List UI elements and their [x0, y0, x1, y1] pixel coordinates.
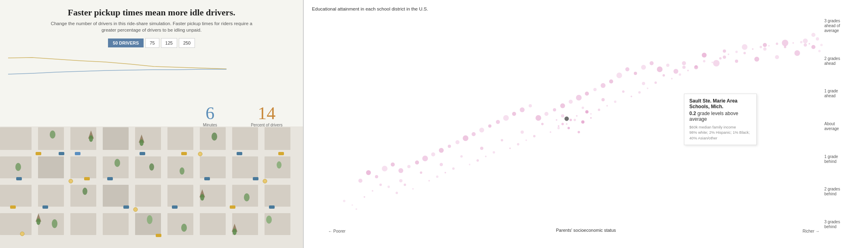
- svg-point-146: [415, 160, 419, 165]
- svg-rect-24: [70, 156, 96, 178]
- svg-point-181: [784, 46, 786, 48]
- svg-point-135: [560, 103, 565, 108]
- svg-rect-82: [123, 205, 129, 209]
- y-label-2-ahead: 2 gradesahead: [824, 56, 857, 66]
- svg-point-165: [460, 155, 463, 158]
- driver-btn-125[interactable]: 125: [161, 38, 177, 48]
- svg-point-194: [476, 159, 479, 162]
- y-label-about-avg: Aboutaverage: [824, 122, 857, 131]
- svg-point-230: [356, 208, 357, 210]
- y-label-1-behind: 1 gradebehind: [824, 154, 857, 164]
- svg-rect-8: [162, 126, 167, 248]
- svg-point-149: [439, 148, 444, 153]
- svg-point-95: [20, 232, 24, 236]
- svg-point-109: [723, 49, 726, 53]
- svg-point-125: [641, 65, 646, 70]
- tooltip-grade: 0.2 grade levels above average: [689, 111, 752, 122]
- svg-rect-85: [84, 177, 90, 180]
- svg-point-112: [782, 40, 788, 46]
- svg-point-205: [590, 113, 592, 115]
- svg-rect-84: [36, 152, 41, 155]
- svg-point-217: [711, 62, 713, 63]
- svg-rect-14: [38, 127, 64, 150]
- svg-point-190: [436, 175, 438, 178]
- svg-point-203: [566, 123, 567, 125]
- svg-rect-27: [167, 156, 193, 178]
- svg-rect-23: [38, 156, 64, 178]
- svg-rect-26: [135, 156, 161, 178]
- svg-rect-41: [38, 213, 64, 235]
- svg-point-221: [752, 48, 754, 50]
- svg-point-164: [440, 163, 443, 166]
- svg-point-117: [754, 57, 759, 62]
- svg-point-222: [760, 46, 762, 48]
- svg-point-107: [682, 61, 686, 65]
- svg-point-191: [445, 172, 446, 173]
- svg-rect-35: [135, 185, 161, 207]
- svg-point-168: [521, 130, 524, 134]
- svg-rect-29: [232, 156, 258, 178]
- svg-point-179: [743, 52, 746, 54]
- svg-point-171: [582, 107, 584, 109]
- svg-point-210: [638, 91, 641, 94]
- svg-point-132: [585, 92, 589, 96]
- driver-btn-75[interactable]: 75: [145, 38, 159, 48]
- svg-rect-89: [10, 205, 16, 209]
- svg-rect-75: [140, 152, 145, 155]
- svg-point-157: [503, 115, 509, 121]
- driver-btn-250[interactable]: 250: [179, 38, 195, 48]
- svg-point-136: [553, 108, 556, 111]
- svg-point-92: [133, 207, 138, 212]
- svg-rect-46: [200, 213, 226, 235]
- svg-point-175: [663, 74, 665, 77]
- svg-point-137: [544, 112, 548, 116]
- svg-point-69: [233, 229, 237, 235]
- svg-point-186: [396, 192, 398, 194]
- svg-point-200: [533, 135, 536, 137]
- svg-point-216: [695, 65, 697, 68]
- svg-point-101: [590, 117, 592, 119]
- svg-rect-43: [103, 213, 129, 235]
- svg-point-163: [420, 171, 422, 174]
- svg-rect-18: [167, 127, 193, 150]
- svg-point-227: [809, 43, 810, 45]
- svg-rect-31: [0, 185, 32, 207]
- svg-point-192: [452, 167, 455, 170]
- svg-point-100: [561, 123, 564, 125]
- svg-rect-12: [291, 126, 296, 248]
- svg-point-197: [509, 148, 511, 149]
- svg-point-53: [147, 215, 152, 224]
- scatter-plot: Sault Ste. Marie Area Schools, Mich. 0.2…: [312, 15, 860, 233]
- svg-point-208: [614, 100, 616, 103]
- svg-point-61: [266, 216, 272, 224]
- svg-point-213: [671, 78, 673, 79]
- svg-rect-3: [0, 236, 303, 241]
- svg-rect-45: [167, 213, 193, 235]
- svg-rect-80: [42, 205, 48, 209]
- svg-rect-87: [230, 205, 235, 209]
- svg-point-174: [642, 82, 645, 85]
- svg-point-140: [366, 170, 371, 175]
- driver-btn-50[interactable]: 50 DRIVERS: [108, 38, 144, 47]
- driver-controls: 50 DRIVERS 75 125 250: [108, 38, 195, 48]
- svg-rect-34: [103, 185, 129, 207]
- svg-point-59: [149, 163, 154, 171]
- svg-point-162: [399, 179, 402, 182]
- svg-point-108: [702, 53, 707, 58]
- svg-point-123: [657, 66, 663, 72]
- svg-point-51: [83, 188, 87, 195]
- y-label-3-ahead: 3 gradesahead ofaverage: [824, 19, 857, 33]
- svg-point-150: [448, 145, 451, 148]
- svg-point-122: [666, 64, 669, 67]
- svg-point-105: [585, 110, 589, 113]
- svg-point-183: [372, 190, 373, 192]
- left-panel-title: Faster pickup times mean more idle drive…: [68, 7, 235, 18]
- svg-rect-32: [38, 185, 64, 207]
- svg-point-231: [816, 37, 819, 41]
- svg-point-182: [804, 43, 807, 47]
- svg-point-110: [742, 44, 747, 50]
- svg-point-148: [431, 152, 435, 156]
- svg-rect-86: [181, 152, 187, 155]
- svg-point-139: [358, 179, 362, 183]
- svg-rect-81: [75, 152, 80, 155]
